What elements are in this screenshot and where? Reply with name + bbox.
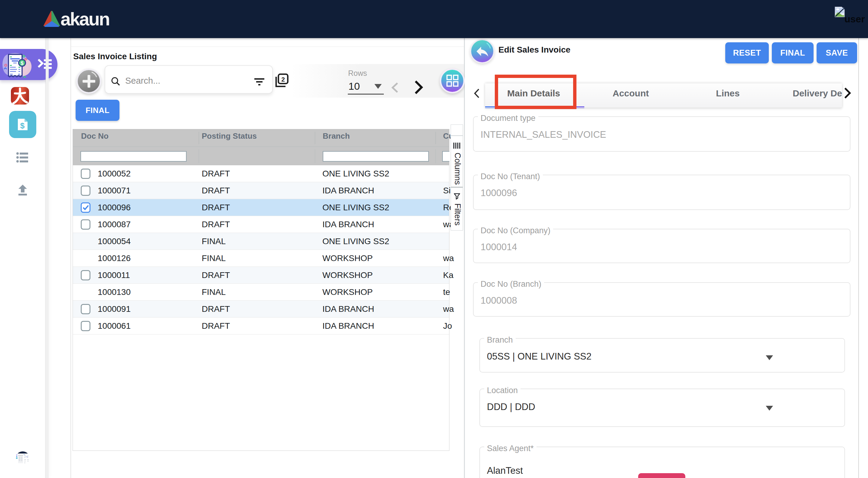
- svg-text:2: 2: [281, 76, 285, 83]
- svg-text:$: $: [20, 121, 25, 130]
- svg-text:$: $: [21, 61, 24, 66]
